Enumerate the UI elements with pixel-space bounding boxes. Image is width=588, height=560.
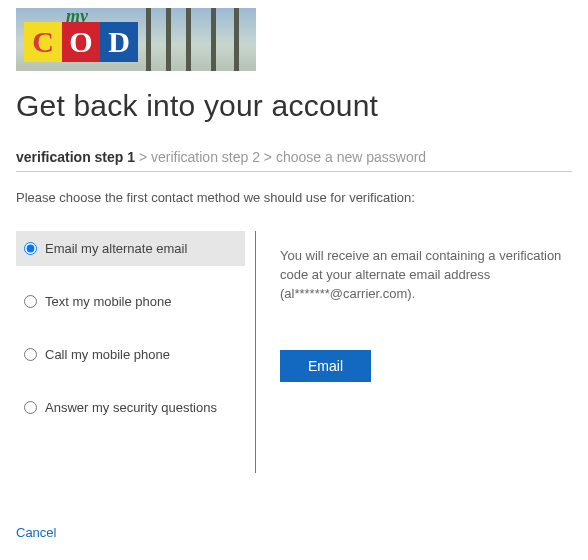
option-label: Email my alternate email [45,241,187,256]
radio-text-mobile[interactable] [24,295,37,308]
detail-message: You will receive an email containing a v… [280,247,568,304]
step-3-label: choose a new password [276,149,426,165]
banner-logo: my C O D [16,8,256,71]
radio-email-alternate[interactable] [24,242,37,255]
page-title: Get back into your account [16,89,572,123]
option-email-alternate[interactable]: Email my alternate email [16,231,245,266]
method-detail: You will receive an email containing a v… [256,231,572,473]
step-1-label: verification step 1 [16,149,135,165]
step-2-label: verification step 2 [151,149,260,165]
instruction-text: Please choose the first contact method w… [16,190,572,205]
logo-o: O [62,22,100,62]
option-label: Text my mobile phone [45,294,171,309]
logo-c: C [24,22,62,62]
option-text-mobile[interactable]: Text my mobile phone [16,284,245,319]
verification-steps: verification step 1 > verification step … [16,149,572,172]
email-button[interactable]: Email [280,350,371,382]
option-label: Answer my security questions [45,400,217,415]
option-label: Call my mobile phone [45,347,170,362]
logo-d: D [100,22,138,62]
cancel-link[interactable]: Cancel [16,525,56,540]
contact-method-options: Email my alternate email Text my mobile … [16,231,256,473]
radio-security-questions[interactable] [24,401,37,414]
option-call-mobile[interactable]: Call my mobile phone [16,337,245,372]
option-security-questions[interactable]: Answer my security questions [16,390,245,425]
radio-call-mobile[interactable] [24,348,37,361]
